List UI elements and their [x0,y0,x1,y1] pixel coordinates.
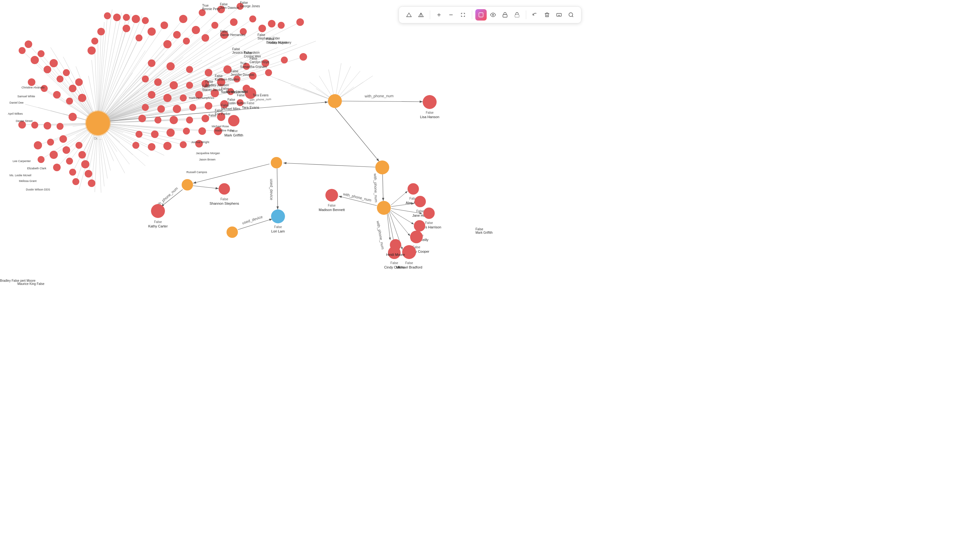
cluster-node-93[interactable] [34,141,42,149]
zoom-fit-button[interactable] [457,9,469,21]
cluster-node-101[interactable] [81,160,89,168]
madison-bennett-node[interactable] [325,189,338,202]
cluster-node-72[interactable] [57,76,64,83]
cluster-node-7[interactable] [135,35,143,41]
cluster-node-16[interactable] [202,34,209,42]
cluster-node-110[interactable] [113,14,121,21]
central-hub-node[interactable] [86,111,110,135]
cluster-node-73[interactable] [44,66,51,73]
cluster-node-104[interactable] [72,178,79,185]
cluster-node-81[interactable] [78,94,86,102]
cluster-node-25[interactable] [205,69,212,76]
hub-rr-node[interactable] [377,201,391,215]
cluster-node-49[interactable] [173,105,181,113]
cluster-node-50[interactable] [189,104,196,111]
cluster-node-8[interactable] [173,31,181,38]
lori-lam-node[interactable] [271,210,285,223]
cluster-node-34[interactable] [186,82,193,89]
cluster-node-85[interactable] [28,78,35,86]
cluster-node-87[interactable] [57,123,64,130]
triangle-split-button[interactable] [415,9,427,21]
cluster-node-56[interactable] [170,116,178,124]
cluster-node-108[interactable] [97,28,105,35]
cluster-node-60[interactable] [135,131,143,138]
cluster-node-91[interactable] [59,135,67,143]
cluster-node-11[interactable] [230,18,237,26]
subhub4-node[interactable] [181,179,193,191]
cluster-node-23[interactable] [167,62,175,70]
cluster-node-107[interactable] [91,38,98,44]
cluster-node-95[interactable] [62,146,70,154]
cluster-node-111[interactable] [123,14,130,21]
cluster-node-77[interactable] [63,69,70,76]
cluster-node-80[interactable] [25,40,32,48]
cluster-node-106[interactable] [88,46,96,55]
subhub1-node[interactable] [328,94,342,108]
zoom-out-button[interactable] [445,9,457,21]
craig-reilly-node[interactable] [414,220,425,232]
cluster-node-96[interactable] [49,151,58,159]
cluster-node-6[interactable] [148,27,156,36]
cluster-node-10[interactable] [212,22,218,29]
cluster-node-55[interactable] [154,116,161,124]
cluster-node-39[interactable] [265,69,272,76]
michael-bradford-node[interactable] [402,245,416,259]
cluster-node-88[interactable] [44,122,51,130]
cluster-node-105[interactable] [88,180,95,187]
cluster-node-30[interactable] [299,53,307,60]
cluster-node-32[interactable] [154,78,162,86]
cluster-node-99[interactable] [66,157,73,165]
alan-avila-node[interactable] [407,183,419,195]
cluster-node-112[interactable] [132,15,140,23]
cluster-node-58[interactable] [202,115,209,122]
cluster-node-1[interactable] [161,21,168,29]
cluster-node-78[interactable] [49,59,58,67]
cluster-node-19[interactable] [258,25,266,32]
cluster-node-68[interactable] [163,142,172,150]
cluster-node-82[interactable] [66,98,73,105]
cluster-node-76[interactable] [75,78,83,86]
cluster-node-12[interactable] [249,16,256,22]
cluster-node-57[interactable] [186,116,193,124]
lock-alt-button[interactable] [511,9,523,21]
cluster-node-83[interactable] [53,91,60,99]
cluster-node-15[interactable] [183,38,190,44]
cluster-node-64[interactable] [199,127,206,135]
cluster-node-48[interactable] [158,105,165,113]
lisa-hanson-node[interactable] [423,95,437,109]
subhub3-node[interactable] [271,157,282,168]
james-harrison-node[interactable] [423,208,435,219]
cluster-node-67[interactable] [148,143,156,151]
undo-button[interactable] [530,9,541,21]
mark-griffith-node[interactable] [228,115,239,126]
cluster-node-62[interactable] [167,129,175,137]
cluster-node-29[interactable] [281,57,288,64]
eye-button[interactable] [487,9,499,21]
cluster-node-98[interactable] [78,151,86,159]
delete-button[interactable] [541,9,553,21]
cluster-node-109[interactable] [104,12,111,19]
cluster-node-31[interactable] [142,76,149,83]
keyboard-button[interactable] [554,9,565,21]
cluster-node-14[interactable] [163,40,172,48]
cluster-node-42[interactable] [180,94,187,102]
cluster-node-9[interactable] [192,26,200,34]
heidi-moore-node[interactable] [390,239,401,251]
cluster-node-94[interactable] [75,142,83,149]
cluster-node-21[interactable] [296,18,304,26]
cluster-node-66[interactable] [132,142,139,149]
cluster-node-103[interactable] [85,170,92,178]
cluster-node-47[interactable] [142,104,149,111]
cluster-node-92[interactable] [47,139,54,146]
shannon-stephens-node[interactable] [219,183,230,195]
cluster-node-2[interactable] [179,15,187,23]
cluster-node-75[interactable] [19,47,25,54]
kimberly-cooper-node[interactable] [410,230,423,243]
cluster-node-61[interactable] [151,130,159,138]
lock-button[interactable] [500,9,511,21]
cluster-node-54[interactable] [138,115,146,122]
cluster-node-24[interactable] [186,66,193,73]
subhub5-node[interactable] [226,227,238,238]
jane-hunt-node[interactable] [415,196,426,207]
cluster-node-20[interactable] [278,22,285,29]
